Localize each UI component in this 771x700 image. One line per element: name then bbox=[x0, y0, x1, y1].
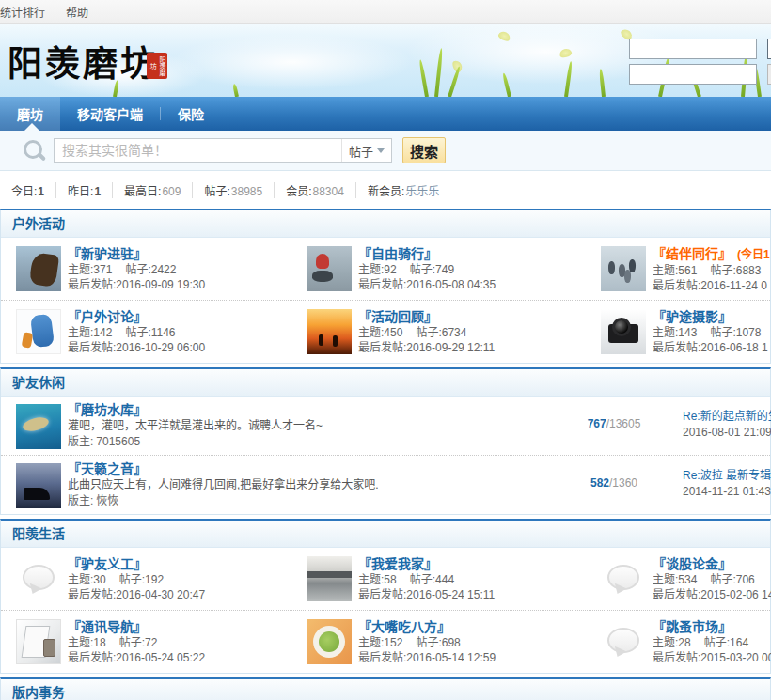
forum-lastpost: 最后发帖:2016-09-29 12:11 bbox=[358, 340, 589, 355]
site-logo[interactable]: 阳羡磨坊 bbox=[8, 36, 158, 86]
stat-posts: 帖子:38985 bbox=[192, 182, 274, 198]
forum-cell: 『驴友义工』 主题:30帖子:192 最后发帖:2016-04-30 20:47 bbox=[16, 556, 298, 601]
forum-cell: 『户外讨论』 主题:142帖子:1146 最后发帖:2016-10-29 06:… bbox=[16, 309, 298, 354]
forum-counts: 主题:561帖子:6883 bbox=[653, 263, 771, 278]
search-bar: 帖子 搜索 bbox=[0, 131, 771, 171]
forum-icon-cyclist[interactable] bbox=[307, 246, 352, 291]
category-board-affairs: 版内事务 bbox=[0, 677, 771, 700]
forum-link[interactable]: 『户外讨论』 bbox=[68, 309, 298, 325]
category-title[interactable]: 驴友休闲 bbox=[1, 369, 770, 397]
moderator-link[interactable]: 恢恢 bbox=[96, 494, 118, 507]
category-outdoor-activities: 户外活动 『新驴进驻』 主题:371帖子:2422 最后发帖:2016-09-0… bbox=[0, 209, 771, 364]
forum-icon-backpack[interactable] bbox=[16, 309, 61, 354]
newest-member-link[interactable]: 乐乐乐 bbox=[405, 185, 439, 198]
login-password-input[interactable] bbox=[629, 64, 757, 85]
forum-grid-row: 『户外讨论』 主题:142帖子:1146 最后发帖:2016-10-29 06:… bbox=[1, 300, 770, 363]
category-title[interactable]: 户外活动 bbox=[1, 210, 770, 238]
forum-homepage: 统计排行 帮助 阳羡磨坊 阳羡磨坊 磨坊 移动客户端 bbox=[0, 0, 771, 700]
forum-icon-donkey[interactable] bbox=[16, 246, 61, 291]
stat-members: 会员:88304 bbox=[274, 182, 355, 198]
forum-link[interactable]: 『通讯导航』 bbox=[68, 619, 298, 635]
forum-link[interactable]: 『新驴进驻』 bbox=[68, 246, 298, 262]
nav-tab-insurance[interactable]: 保险 bbox=[161, 97, 221, 131]
forum-lastpost: 最后发帖:2016-10-29 06:00 bbox=[68, 340, 298, 355]
forum-icon-camera[interactable] bbox=[601, 309, 646, 354]
forum-icon-sunset-hikers[interactable] bbox=[307, 309, 352, 354]
forum-link[interactable]: 『活动回顾』 bbox=[358, 309, 589, 325]
active-tab-notch bbox=[24, 123, 39, 131]
forum-icon-group-travel[interactable] bbox=[601, 246, 646, 291]
category-title[interactable]: 版内事务 bbox=[1, 679, 770, 700]
forum-description: 此曲只应天上有，人间难得几回闻,把最好拿出来分享给大家吧. bbox=[68, 477, 566, 493]
forum-cell: 『新驴进驻』 主题:371帖子:2422 最后发帖:2016-09-09 19:… bbox=[16, 246, 298, 291]
forum-icon-speech-bubble[interactable] bbox=[601, 619, 646, 664]
latest-reply-link[interactable]: Re:波拉 最新专辑 bbox=[683, 468, 771, 484]
forum-link[interactable]: 『磨坊水库』 bbox=[68, 402, 770, 418]
forum-link[interactable]: 『结伴同行』(今日1 bbox=[653, 246, 771, 263]
category-local-life: 阳羡生活 『驴友义工』 主题:30帖子:192 最后发帖:2016-04-30 … bbox=[0, 519, 771, 674]
forum-counts: 主题:30帖子:192 bbox=[68, 572, 298, 587]
search-scope-label: 帖子 bbox=[349, 142, 373, 160]
forum-cell: 『谈股论金』 主题:534帖子:706 最后发帖:2015-02-06 14:4 bbox=[601, 556, 771, 601]
forum-counts: 主题:534帖子:706 bbox=[653, 572, 771, 587]
register-button-clipped[interactable] bbox=[767, 64, 771, 85]
forum-lastpost: 最后发帖:2016-05-08 04:35 bbox=[358, 277, 589, 292]
forum-grid-row: 『通讯导航』 主题:18帖子:72 最后发帖:2016-05-24 05:22 … bbox=[1, 610, 770, 673]
topbar-link-stats[interactable]: 统计排行 bbox=[0, 4, 45, 20]
forum-link[interactable]: 『我爱我家』 bbox=[358, 556, 589, 572]
forum-counts: 主题:58帖子:444 bbox=[358, 572, 589, 587]
forum-cell: 『驴途摄影』 主题:143帖子:1078 最后发帖:2016-06-18 1 bbox=[601, 309, 771, 354]
search-input[interactable] bbox=[55, 139, 341, 162]
login-button-clipped[interactable] bbox=[767, 39, 771, 59]
forum-counts: 主题:450帖子:6734 bbox=[358, 325, 589, 340]
forum-lastpost: 最后发帖:2016-05-24 05:22 bbox=[68, 650, 298, 665]
forum-link[interactable]: 『自由骑行』 bbox=[358, 246, 589, 262]
forum-latest-reply: Re:新的起点新的生 2016-08-01 21:09 bbox=[683, 409, 771, 441]
stat-yesterday: 昨日:1 bbox=[55, 182, 112, 198]
forum-link[interactable]: 『驴途摄影』 bbox=[653, 309, 771, 325]
today-badge: (今日1 bbox=[737, 248, 770, 261]
forum-cell: 『跳蚤市场』 主题:28帖子:164 最后发帖:2015-03-20 00:1 bbox=[601, 619, 771, 664]
forum-stats-bar: 今日:1 昨日:1 最高日:609 帖子:38985 会员:88304 新会员:… bbox=[0, 171, 771, 209]
search-scope-dropdown[interactable]: 帖子 bbox=[341, 139, 391, 162]
logo-seal-stamp: 阳羡磨坊 bbox=[147, 53, 167, 79]
site-banner: 阳羡磨坊 阳羡磨坊 bbox=[0, 24, 771, 97]
forum-moderator: 版主:恢恢 bbox=[68, 493, 770, 509]
forum-link[interactable]: 『驴友义工』 bbox=[68, 556, 298, 572]
forum-counts: 主题:142帖子:1146 bbox=[68, 325, 298, 340]
nav-tab-mobile-client[interactable]: 移动客户端 bbox=[60, 97, 160, 131]
forum-link[interactable]: 『天籁之音』 bbox=[68, 461, 770, 477]
login-username-input[interactable] bbox=[629, 39, 757, 59]
category-title[interactable]: 阳羡生活 bbox=[1, 521, 770, 548]
forum-icon-food-plate[interactable] bbox=[307, 619, 352, 664]
search-button[interactable]: 搜索 bbox=[402, 137, 446, 163]
forum-lastpost: 最后发帖:2016-11-24 0 bbox=[653, 278, 771, 293]
forum-icon-piano[interactable] bbox=[16, 463, 61, 508]
forum-moderator: 版主:7015605 bbox=[68, 434, 770, 450]
chevron-down-icon bbox=[377, 148, 385, 157]
forum-icon-watertown[interactable] bbox=[307, 556, 352, 601]
stat-today: 今日:1 bbox=[11, 182, 55, 198]
moderator-link[interactable]: 7015605 bbox=[96, 435, 140, 448]
forum-icon-navigation-device[interactable] bbox=[16, 619, 61, 664]
forum-icon-speech-bubble[interactable] bbox=[16, 556, 61, 601]
forum-icon-speech-bubble[interactable] bbox=[601, 556, 646, 601]
forum-counts: 主题:152帖子:698 bbox=[358, 635, 589, 650]
forum-lastpost: 最后发帖:2016-05-14 12:59 bbox=[358, 650, 589, 665]
forum-lastpost: 最后发帖:2015-03-20 00:1 bbox=[653, 650, 771, 665]
forum-link[interactable]: 『大嘴吃八方』 bbox=[358, 619, 589, 635]
forum-cell: 『自由骑行』 主题:92帖子:749 最后发帖:2016-05-08 04:35 bbox=[307, 246, 589, 291]
forum-description: 灌吧，灌吧，太平洋就是灌出来的。诚聘人才一名~ bbox=[68, 418, 566, 434]
latest-reply-link[interactable]: Re:新的起点新的生 bbox=[683, 409, 771, 425]
latest-reply-date: 2014-11-21 01:43 bbox=[683, 484, 771, 500]
topbar-link-help[interactable]: 帮助 bbox=[66, 4, 88, 20]
forum-thread-post-count: 767/13605 bbox=[558, 417, 670, 430]
forum-thread-post-count: 582/1360 bbox=[558, 476, 670, 490]
forum-grid-row: 『驴友义工』 主题:30帖子:192 最后发帖:2016-04-30 20:47… bbox=[1, 548, 770, 610]
forum-link[interactable]: 『谈股论金』 bbox=[653, 556, 771, 572]
category-leisure: 驴友休闲 『磨坊水库』 灌吧，灌吧，太平洋就是灌出来的。诚聘人才一名~ 版主:7… bbox=[0, 367, 771, 515]
cloud-decoration bbox=[169, 34, 414, 90]
forum-link[interactable]: 『跳蚤市场』 bbox=[653, 619, 771, 635]
forum-counts: 主题:28帖子:164 bbox=[653, 635, 771, 650]
forum-icon-island[interactable] bbox=[16, 404, 61, 449]
